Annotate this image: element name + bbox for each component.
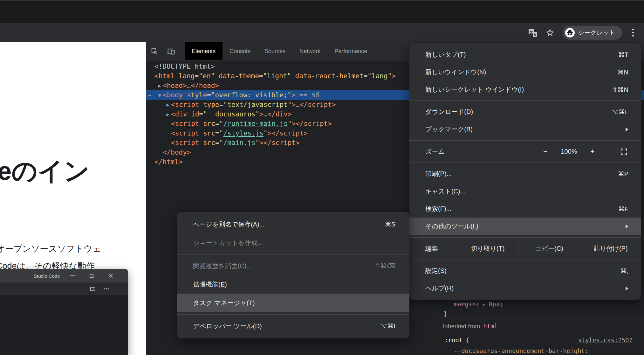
copy-button[interactable]: コピー(C) (518, 240, 579, 257)
code-segment: /styles.js (223, 129, 263, 137)
code-segment: = (215, 129, 219, 137)
incognito-badge: シークレット (563, 26, 622, 40)
menu-item-cast[interactable]: キャスト(C)... (409, 183, 641, 200)
code-segment: </script> (300, 101, 336, 108)
tree-collapsed-arrow-icon[interactable]: ▶ (165, 110, 171, 119)
tree-collapsed-arrow-icon[interactable]: ▶ (165, 100, 171, 110)
browser-menu-button[interactable] (630, 27, 636, 38)
menu-item-new-incognito-window[interactable]: 新しいシークレット ウインドウ(I)⇧⌘N (409, 81, 641, 98)
translate-icon[interactable]: 文 A (528, 28, 538, 38)
submenu-arrow-icon (626, 287, 628, 290)
code-segment: "overflow: visible;" (211, 91, 291, 99)
code-segment: > (392, 72, 396, 80)
tab-elements[interactable]: Elements (185, 42, 223, 60)
code-segment: src (203, 129, 215, 137)
code-segment: = (219, 101, 223, 108)
maximize-icon (82, 269, 101, 282)
code-segment: " (256, 139, 260, 147)
code-segment: $0 (312, 91, 319, 99)
code-segment: src (203, 120, 215, 128)
menu-item-new-window[interactable]: 新しいウインドウ(N)⌘N (409, 63, 641, 81)
menu-item-find[interactable]: 検索(F)...⌘F (409, 200, 641, 218)
code-segment (215, 72, 219, 80)
menu-item-downloads[interactable]: ダウンロード(D)⌥⌘L (409, 103, 641, 121)
tab-console[interactable]: Console (223, 42, 257, 60)
code-segment: <script (171, 129, 199, 137)
code-segment: " (219, 120, 223, 128)
menu-item-save-page-as[interactable]: ページを別名で保存(A)...⌘S (177, 215, 409, 233)
code-segment: lang (179, 72, 195, 80)
code-segment (199, 129, 203, 137)
menu-item-developer-tools[interactable]: デベロッパー ツール(D)⌥⌘I (177, 317, 409, 335)
tab-network[interactable]: Network (292, 42, 327, 60)
menu-item-settings[interactable]: 設定(S)⌘, (409, 262, 641, 280)
shorthand-expand-icon[interactable]: ▸ (482, 301, 486, 308)
cut-button[interactable]: 切り取り(T) (457, 240, 518, 257)
stylesheet-source-link[interactable]: styles.css:2507 (578, 336, 633, 344)
edit-label: 編集 (409, 240, 457, 257)
code-segment: </div> (268, 110, 292, 118)
menu-item-zoom: ズーム − 100% + (409, 143, 641, 160)
vscode-window-controls (63, 269, 120, 282)
menu-item-task-manager[interactable]: タスク マネージャ(T) (177, 294, 409, 312)
code-segment: <head> (163, 82, 187, 89)
browser-window: 文 A シークレット (0, 0, 644, 355)
chrome-menu: 新しいタブ(T)⌘T 新しいウインドウ(N)⌘N 新しいシークレット ウインドウ… (409, 43, 641, 300)
fullscreen-button[interactable] (606, 148, 641, 156)
code-segment: <html (154, 72, 175, 80)
inherited-from-node-link[interactable]: html (483, 323, 498, 330)
tab-performance[interactable]: Performance (327, 42, 374, 60)
tree-expanded-arrow-icon[interactable]: ▼ (156, 91, 163, 100)
tab-sources[interactable]: Sources (257, 42, 292, 60)
menu-item-help[interactable]: ヘルプ(H) (409, 280, 641, 297)
code-segment: = (207, 91, 211, 99)
zoom-in-button[interactable]: + (584, 147, 601, 156)
submenu-arrow-icon (626, 128, 628, 131)
menu-item-new-tab[interactable]: 新しいタブ(T)⌘T (409, 46, 641, 63)
menu-item-more-tools[interactable]: その他のツール(L) (409, 218, 641, 235)
code-segment: </body> (163, 149, 191, 156)
code-segment: </script> (296, 120, 332, 128)
node-options-dots-icon[interactable]: ⋯ (147, 90, 151, 100)
vscode-editor-toolbar (0, 282, 128, 295)
inherited-from-row: Inherited fromhtml (443, 322, 498, 331)
bookmark-star-icon[interactable] (546, 28, 554, 37)
minimize-icon (63, 269, 82, 282)
menu-item-create-shortcut: ショートカットを作成... (177, 233, 409, 252)
code-segment: " (219, 129, 223, 137)
menu-item-clear-browsing-data: 閲覧履歴を消去(C)...⇧⌘⌫ (177, 257, 409, 275)
code-segment: … (296, 101, 300, 108)
menu-item-extensions[interactable]: 拡張機能(E) (177, 275, 409, 294)
paste-button[interactable]: 貼り付け(P) (580, 240, 641, 257)
css-rule-header: :root{ (444, 336, 469, 344)
tree-collapsed-arrow-icon[interactable]: ▶ (156, 81, 163, 91)
code-segment (295, 91, 299, 99)
menu-item-edit: 編集 切り取り(T) コピー(C) 貼り付け(P) (409, 240, 641, 257)
code-segment: "text/javascript" (223, 101, 291, 108)
menu-item-print[interactable]: 印刷(P)...⌘P (409, 165, 641, 183)
code-segment: </html> (154, 158, 183, 166)
code-segment: type (203, 101, 219, 108)
menu-separator (177, 254, 409, 254)
menu-separator (409, 260, 641, 260)
code-segment: > (291, 120, 296, 128)
code-segment: <body (163, 91, 183, 99)
more-actions-icon (104, 288, 110, 289)
zoom-out-button[interactable]: − (537, 147, 554, 156)
code-segment: = (199, 110, 203, 118)
code-segment: id (191, 110, 199, 118)
code-segment: > (291, 91, 296, 99)
device-toolbar-icon[interactable] (163, 42, 179, 60)
code-segment: … (187, 82, 191, 89)
svg-text:A: A (533, 32, 536, 36)
css-declaration-overridden[interactable]: margin:▸8px; (454, 300, 503, 308)
svg-text:文: 文 (529, 30, 533, 34)
vscode-screenshot: Studio Code avaScript, Python, PHP, Azur… (0, 269, 128, 355)
vscode-window-title: Studio Code (34, 273, 60, 279)
code-segment: = (215, 120, 219, 128)
css-custom-property[interactable]: --docusaurus-announcement-bar-height: (454, 347, 588, 355)
code-segment: <script (171, 101, 199, 108)
close-icon (101, 269, 120, 282)
menu-item-bookmarks[interactable]: ブックマーク(B) (409, 121, 641, 138)
inspect-element-icon[interactable] (146, 42, 163, 60)
